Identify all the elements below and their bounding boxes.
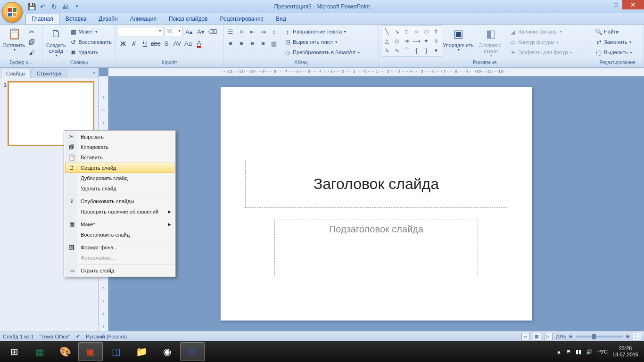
- arrange-button[interactable]: ▣Упорядочить▼: [442, 25, 474, 52]
- zoom-in-icon[interactable]: ⊕: [626, 333, 630, 339]
- office-button[interactable]: [2, 2, 23, 23]
- tray-volume-icon[interactable]: 🔊: [586, 349, 593, 355]
- inc-indent-icon[interactable]: ⇥: [258, 26, 268, 37]
- qat-dropdown-icon[interactable]: ▼: [72, 1, 82, 12]
- title-placeholder[interactable]: Заголовок слайда: [245, 160, 507, 208]
- zoom-out-icon[interactable]: ⊖: [569, 333, 573, 339]
- clear-format-icon[interactable]: ⌫: [207, 26, 218, 37]
- cut-icon[interactable]: ✂: [26, 26, 37, 37]
- cm-reset[interactable]: Восстановить слайд: [65, 230, 174, 240]
- fit-window-icon[interactable]: ⛶: [633, 333, 641, 340]
- spellcheck-icon[interactable]: ✔: [76, 333, 80, 339]
- tab-view[interactable]: Вид: [270, 14, 292, 24]
- maximize-button[interactable]: □: [609, 0, 622, 9]
- shrink-font-icon[interactable]: A▾: [196, 26, 206, 37]
- tab-home[interactable]: Главная: [25, 14, 59, 24]
- normal-view-icon[interactable]: ▭: [521, 333, 530, 340]
- align-right-icon[interactable]: ≡: [247, 38, 257, 49]
- cm-duplicate[interactable]: Дублировать слайд: [65, 173, 174, 183]
- italic-icon[interactable]: К: [129, 38, 139, 49]
- shape-effects-button[interactable]: ✦Эффекты для фигур ▼: [507, 47, 575, 58]
- columns-icon[interactable]: ▥: [269, 38, 279, 49]
- cm-new-slide[interactable]: 🗋Создать слайд: [65, 163, 174, 173]
- numbering-icon[interactable]: ≡: [236, 26, 247, 37]
- align-center-icon[interactable]: ≡: [236, 38, 247, 49]
- undo-icon[interactable]: ↶: [38, 1, 48, 12]
- font-name-combo[interactable]: ▼: [118, 27, 163, 36]
- zoom-slider[interactable]: [576, 336, 623, 337]
- select-button[interactable]: ⬚Выделить ▼: [593, 47, 635, 58]
- cm-layout[interactable]: ▦Макет▶: [65, 219, 174, 230]
- start-button[interactable]: ⊞: [2, 342, 26, 361]
- font-color-icon[interactable]: A: [194, 38, 204, 49]
- tab-insert[interactable]: Вставка: [59, 14, 93, 24]
- tray-flag-icon[interactable]: ⚑: [566, 349, 571, 355]
- save-icon[interactable]: 💾: [26, 1, 37, 12]
- shadow-icon[interactable]: S: [161, 38, 172, 49]
- taskbar-app-icon[interactable]: ◫: [104, 342, 128, 361]
- sidetab-outline[interactable]: Структура: [32, 69, 66, 78]
- text-direction-button[interactable]: ↕Направление текста ▼: [282, 26, 362, 37]
- align-text-button[interactable]: ⊟Выровнять текст ▼: [282, 37, 362, 47]
- zoom-percent[interactable]: 70%: [555, 334, 566, 339]
- redo-icon[interactable]: ↻: [49, 1, 59, 12]
- align-left-icon[interactable]: ≡: [225, 38, 236, 49]
- slide-canvas[interactable]: Заголовок слайда Подзаголовок слайда: [221, 87, 532, 321]
- smartart-button[interactable]: ◇Преобразовать в SmartArt ▼: [282, 47, 362, 58]
- taskbar-excel-icon[interactable]: ▦: [27, 342, 52, 361]
- find-button[interactable]: 🔍Найти: [593, 26, 620, 37]
- sorter-view-icon[interactable]: ▦: [533, 333, 541, 340]
- cm-publish[interactable]: ⇪Опубликовать слайды: [65, 196, 174, 206]
- taskbar-explorer-icon[interactable]: 📁: [129, 342, 154, 361]
- strike-icon[interactable]: abc: [150, 38, 161, 49]
- taskbar-powerpoint-icon[interactable]: ▣: [78, 342, 103, 361]
- copy-icon[interactable]: 🗐: [26, 37, 37, 47]
- taskbar-chrome-icon[interactable]: ◉: [155, 342, 179, 361]
- dec-indent-icon[interactable]: ⇤: [247, 26, 257, 37]
- cm-cut[interactable]: ✂Вырезать: [65, 132, 174, 142]
- cm-hide[interactable]: ▭Скрыть слайд: [65, 265, 174, 276]
- layout-button[interactable]: ▦Макет ▼: [68, 26, 114, 37]
- tab-slideshow[interactable]: Показ слайдов: [163, 14, 214, 24]
- case-icon[interactable]: Aa: [183, 38, 193, 49]
- close-button[interactable]: ✕: [622, 0, 644, 9]
- cm-delete[interactable]: Удалить слайд: [65, 183, 174, 194]
- minimize-button[interactable]: ─: [596, 0, 609, 9]
- subtitle-placeholder[interactable]: Подзаголовок слайда: [274, 220, 478, 276]
- tray-up-icon[interactable]: ▲: [556, 349, 561, 354]
- justify-icon[interactable]: ≡: [258, 38, 268, 49]
- quick-styles-button[interactable]: ◧Экспресс-стили▼: [474, 25, 507, 58]
- shape-fill-button[interactable]: ◢Заливка фигуры ▼: [507, 26, 575, 37]
- panel-close-icon[interactable]: ×: [93, 70, 96, 75]
- delete-button[interactable]: ✖Удалить: [68, 47, 114, 58]
- cm-paste[interactable]: 📋Вставить: [65, 152, 174, 163]
- taskbar-word-icon[interactable]: W: [180, 342, 205, 361]
- font-size-combo[interactable]: 32▼: [165, 27, 182, 36]
- reset-button[interactable]: ↺Восстановить: [68, 37, 114, 47]
- tab-review[interactable]: Рецензирование: [214, 14, 270, 24]
- line-spacing-icon[interactable]: ↕: [269, 26, 279, 37]
- status-language[interactable]: Русский (Россия): [86, 334, 127, 339]
- grow-font-icon[interactable]: A▴: [184, 26, 194, 37]
- cm-copy[interactable]: 🗐Копировать: [65, 142, 174, 152]
- tray-clock[interactable]: 23:2813.07.2015: [612, 346, 638, 358]
- shapes-gallery[interactable]: ╲↘□○⬭⇧ △◇➔⟶✦≡ ↳∿⌒{}▾: [381, 25, 442, 57]
- bullets-icon[interactable]: ☰: [225, 26, 236, 37]
- new-slide-button[interactable]: 🗋Создать слайд▼: [44, 25, 68, 58]
- bold-icon[interactable]: Ж: [118, 38, 128, 49]
- replace-button[interactable]: ⇄Заменить ▼: [593, 37, 634, 47]
- paste-button[interactable]: 📋Вставить▼: [2, 25, 26, 52]
- tab-animation[interactable]: Анимация: [124, 14, 163, 24]
- tab-design[interactable]: Дизайн: [92, 14, 124, 24]
- tray-network-icon[interactable]: ▮▮: [576, 349, 581, 355]
- tray-lang[interactable]: РУС: [597, 349, 608, 354]
- spacing-icon[interactable]: AV: [172, 38, 182, 49]
- cm-check-updates[interactable]: Проверить наличие обновлений▶: [65, 206, 174, 217]
- underline-icon[interactable]: Ч: [140, 38, 150, 49]
- print-icon[interactable]: 🖶: [60, 1, 71, 12]
- slideshow-view-icon[interactable]: ▷: [544, 333, 553, 340]
- taskbar-paint-icon[interactable]: 🎨: [53, 342, 77, 361]
- format-painter-icon[interactable]: 🖌: [26, 47, 37, 58]
- shape-outline-button[interactable]: ▭Контур фигуры ▼: [507, 37, 575, 47]
- cm-background[interactable]: 🖼Формат фона...: [65, 242, 174, 253]
